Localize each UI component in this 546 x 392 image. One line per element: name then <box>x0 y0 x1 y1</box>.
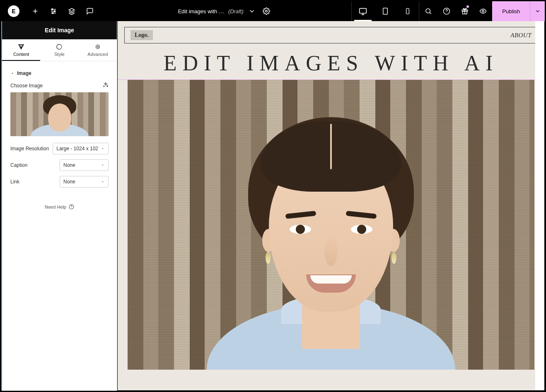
nav-about[interactable]: ABOUT <box>510 32 532 39</box>
svg-point-11 <box>482 10 484 12</box>
help-icon[interactable] <box>437 1 456 21</box>
device-tablet[interactable] <box>374 1 396 21</box>
resolution-select[interactable]: Large - 1024 x 102 <box>53 143 109 154</box>
add-element-button[interactable] <box>26 1 44 21</box>
link-value: None <box>63 179 75 185</box>
tab-style[interactable]: Style <box>40 39 78 61</box>
resolution-label: Image Resolution <box>10 146 49 152</box>
tab-content[interactable]: Content <box>2 39 40 61</box>
link-select[interactable]: None <box>60 176 109 188</box>
panel-body: Image Choose Image Image Resolution Larg… <box>2 61 117 216</box>
top-bar: E Edit images with … (Draft) <box>1 1 545 21</box>
hero-image[interactable] <box>128 80 534 370</box>
image-thumbnail[interactable] <box>10 92 109 136</box>
need-help-link[interactable]: Need Help <box>10 204 109 209</box>
svg-point-0 <box>52 9 53 10</box>
resolution-value: Large - 1024 x 102 <box>56 146 98 152</box>
chevron-down-icon[interactable] <box>248 1 256 21</box>
caption-select[interactable]: None <box>60 159 109 171</box>
svg-rect-6 <box>406 8 409 14</box>
sidebar-panel: Edit Image Content Style Advanced Image … <box>1 21 117 391</box>
svg-rect-4 <box>360 8 367 13</box>
layers-icon[interactable] <box>63 1 81 21</box>
topbar-left: E <box>1 1 99 21</box>
caption-value: None <box>63 162 75 168</box>
tab-advanced-label: Advanced <box>87 52 108 57</box>
link-label: Link <box>10 179 19 185</box>
publish-button[interactable]: Publish <box>492 1 530 21</box>
svg-point-7 <box>426 9 430 13</box>
search-icon[interactable] <box>419 1 437 21</box>
ai-sparkle-icon[interactable] <box>103 82 109 89</box>
topbar-center: Edit images with … (Draft) <box>99 1 351 21</box>
svg-point-1 <box>54 11 56 12</box>
elementor-logo[interactable]: E <box>8 5 19 17</box>
device-desktop[interactable] <box>352 1 374 21</box>
caption-label: Caption <box>10 162 27 168</box>
page-settings-icon[interactable] <box>260 1 273 21</box>
choose-image-label: Choose Image <box>10 83 43 89</box>
site-logo[interactable]: Logo. <box>130 30 153 40</box>
svg-point-2 <box>52 12 53 14</box>
device-mobile[interactable] <box>396 1 419 21</box>
preview-eye-icon[interactable] <box>474 1 492 21</box>
comment-icon[interactable] <box>81 1 99 21</box>
topbar-right: Publish <box>419 1 545 21</box>
device-switcher <box>351 1 419 21</box>
tab-advanced[interactable]: Advanced <box>79 39 117 61</box>
svg-point-3 <box>265 10 267 12</box>
tab-content-label: Content <box>13 52 29 57</box>
portrait-illustration <box>215 88 447 370</box>
settings-sliders-icon[interactable] <box>44 1 63 21</box>
editor-canvas[interactable]: Logo. ABOUT EDIT IMAGES WITH AI <box>117 21 545 391</box>
section-image-toggle[interactable]: Image <box>10 70 109 76</box>
sidebar-tabs: Content Style Advanced <box>2 39 117 61</box>
gift-icon[interactable] <box>456 1 474 21</box>
document-status: (Draft) <box>228 8 244 14</box>
site-header[interactable]: Logo. ABOUT <box>124 27 538 43</box>
main-area: Edit Image Content Style Advanced Image … <box>1 21 545 391</box>
canvas-right-gutter <box>535 21 544 390</box>
notification-dot <box>466 5 469 8</box>
section-image-label: Image <box>17 70 31 76</box>
sidebar-header: Edit Image <box>2 21 117 39</box>
publish-options-chevron[interactable] <box>530 1 545 21</box>
tab-style-label: Style <box>54 52 64 57</box>
document-title[interactable]: Edit images with … <box>178 8 224 14</box>
need-help-label: Need Help <box>45 204 66 209</box>
svg-point-13 <box>97 46 99 48</box>
page-title[interactable]: EDIT IMAGES WITH AI <box>118 51 544 75</box>
